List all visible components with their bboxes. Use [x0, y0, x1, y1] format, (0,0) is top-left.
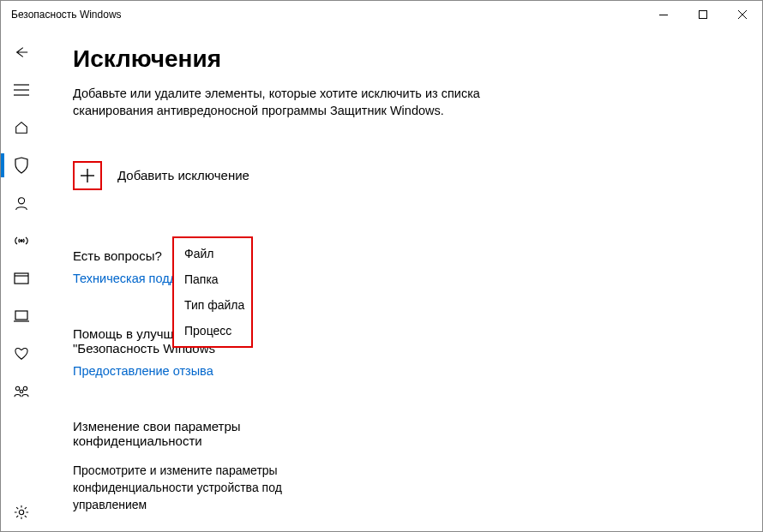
settings-icon[interactable]: [1, 493, 42, 531]
svg-point-13: [15, 386, 19, 390]
sidebar: [1, 28, 42, 531]
svg-rect-9: [15, 273, 28, 284]
main-content: Исключения Добавьте или удалите элементы…: [42, 28, 762, 531]
svg-rect-1: [700, 11, 707, 19]
add-exclusion-row: Добавить исключение: [73, 161, 728, 190]
page-description: Добавьте или удалите элементы, которые х…: [73, 85, 519, 120]
svg-point-7: [18, 198, 24, 204]
window-controls: [644, 1, 762, 28]
family-icon[interactable]: [1, 373, 42, 410]
add-exclusion-button[interactable]: [73, 161, 102, 190]
menu-item-process[interactable]: Процесс: [184, 324, 241, 338]
titlebar: Безопасность Windows: [1, 1, 762, 28]
hamburger-menu-icon[interactable]: [1, 71, 42, 109]
shield-icon[interactable]: [1, 146, 42, 184]
home-icon[interactable]: [1, 109, 42, 146]
window-title: Безопасность Windows: [11, 9, 122, 21]
back-button[interactable]: [1, 33, 42, 71]
svg-point-16: [19, 510, 23, 514]
network-icon[interactable]: [1, 222, 42, 260]
add-exclusion-label: Добавить исключение: [117, 168, 249, 182]
plus-icon: [80, 168, 95, 183]
privacy-text: Просмотрите и измените параметры конфиде…: [73, 462, 296, 514]
minimize-button[interactable]: [644, 1, 683, 28]
menu-item-file[interactable]: Файл: [184, 247, 241, 260]
device-icon[interactable]: [1, 297, 42, 335]
privacy-section: Изменение свои параметры конфиденциально…: [73, 419, 296, 514]
app-control-icon[interactable]: [1, 260, 42, 297]
exclusion-type-menu: Файл Папка Тип файла Процесс: [172, 236, 253, 348]
page-title: Исключения: [73, 45, 728, 73]
maximize-button[interactable]: [683, 1, 723, 28]
feedback-link[interactable]: Предоставление отзыва: [73, 364, 296, 378]
svg-point-8: [21, 240, 22, 242]
svg-point-14: [23, 386, 27, 390]
menu-item-folder[interactable]: Папка: [184, 272, 241, 286]
health-icon[interactable]: [1, 335, 42, 373]
svg-rect-11: [15, 311, 27, 320]
privacy-heading: Изменение свои параметры конфиденциально…: [73, 419, 296, 448]
svg-point-15: [20, 390, 23, 393]
menu-item-filetype[interactable]: Тип файла: [184, 298, 241, 312]
account-icon[interactable]: [1, 184, 42, 222]
close-button[interactable]: [723, 1, 762, 28]
